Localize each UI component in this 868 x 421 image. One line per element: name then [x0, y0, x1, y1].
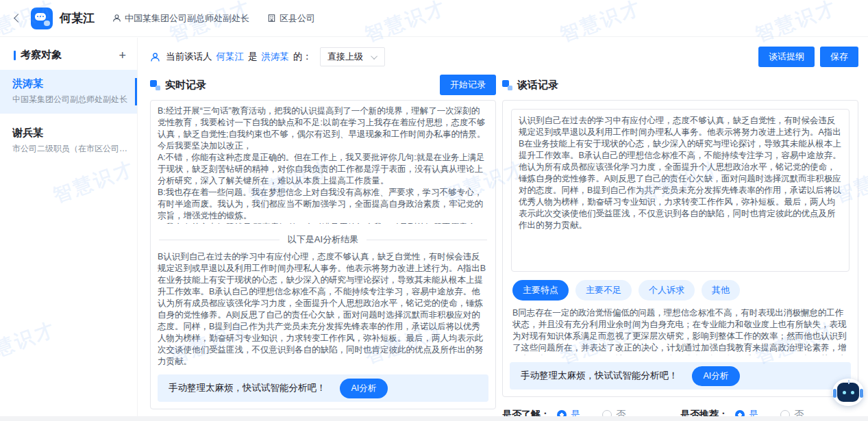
- sidebar-header: 考察对象 +: [0, 38, 137, 70]
- target-link[interactable]: 洪涛某: [262, 51, 290, 63]
- person-name: 谢兵某: [12, 127, 127, 140]
- company-badge: 区县公司: [267, 12, 315, 25]
- interviewer-link[interactable]: 何某江: [216, 51, 245, 63]
- sidebar-item-person-1[interactable]: 洪涛某中国某集团公司副总师处副处长: [0, 70, 137, 114]
- conversation-ai-tip: 手动整理太麻烦，快试试智能分析吧！: [521, 370, 678, 382]
- assistant-robot-button[interactable]: [832, 379, 864, 406]
- back-icon[interactable]: [14, 14, 23, 23]
- realtime-title: 实时记录: [150, 79, 206, 92]
- tab-4[interactable]: 其他: [702, 280, 740, 301]
- toolbar-actions: 谈话提纲 保存: [758, 47, 858, 67]
- chat-bubble-small-icon: [44, 21, 50, 26]
- position-badge-label: 中国某集团公司副总师处副处长: [125, 12, 249, 25]
- robot-antenna: [848, 380, 850, 384]
- toolbar: 当前谈话人何某江是洪涛某的： 直接上级 谈话提纲 保存: [150, 47, 858, 67]
- conversation-title: 谈话记录: [502, 79, 558, 92]
- person-desc: 中国某集团公司副总师处副处长: [12, 94, 127, 105]
- person-desc: 市公司二级职员（在市区公司履职...: [12, 143, 127, 155]
- ai-result-divider: 以下是AI分析结果: [159, 233, 487, 246]
- ai-result-divider-label: 以下是AI分析结果: [288, 233, 358, 246]
- sidebar-title: 考察对象: [14, 49, 62, 62]
- robot-eye-left: [843, 391, 846, 394]
- add-person-icon[interactable]: +: [119, 49, 126, 62]
- position-badge: 中国某集团公司副总师处副处长: [112, 12, 249, 25]
- realtime-ai-analyze-button[interactable]: AI分析: [340, 379, 388, 398]
- tab-content-text: B同志存在一定的政治觉悟偏低的问题，理想信念标准不高，有时表现出消极懈怠的工作状…: [512, 307, 848, 355]
- conversation-column: 谈话记录 认识到自己在过去的学习中有应付心理，态度不够认真，缺乏自觉性，有时候会…: [502, 74, 858, 421]
- robot-ear-right: [860, 389, 863, 398]
- robot-icon: [837, 383, 859, 402]
- relation-select[interactable]: 直接上级: [320, 47, 385, 66]
- transcript-paragraph: A:我存在的突出问题就是:职责意识差，有时满足于管好自我，对见到的问题不愿意多说…: [158, 222, 487, 224]
- realtime-title-label: 实时记录: [165, 79, 206, 92]
- realtime-panel: B:经过开展“三句话”教育活动，把我的认识提高到了一个新的境界，理解了一次深刻的…: [150, 100, 496, 409]
- save-button[interactable]: 保存: [820, 47, 858, 67]
- ai-result-text: B认识到自己在过去的学习中有应付心理，态度不够认真，缺乏自觉性，有时候会违反规定…: [151, 247, 495, 368]
- person-icon: [112, 14, 121, 23]
- top-header: 何某江 中国某集团公司副总师处副处长 区县公司: [0, 0, 868, 37]
- person-list: 洪涛某中国某集团公司副总师处副处长谢兵某市公司二级职员（在市区公司履职...: [0, 70, 137, 163]
- realtime-column: 实时记录 开始记录 B:经过开展“三句话”教育活动，把我的认识提高到了一个新的境…: [150, 74, 496, 409]
- main-area: 当前谈话人何某江是洪涛某的： 直接上级 谈话提纲 保存 实时记录 开始记录 B:…: [138, 38, 868, 421]
- chat-bubble-icon: [35, 13, 46, 21]
- tab-3[interactable]: 个人诉求: [638, 280, 695, 301]
- sidebar-item-person-2[interactable]: 谢兵某市公司二级职员（在市区公司履职...: [0, 119, 137, 163]
- building-icon: [267, 14, 276, 23]
- interviewer-name: 何某江: [60, 10, 95, 26]
- company-badge-label: 区县公司: [280, 12, 315, 25]
- relation-sentence: 当前谈话人何某江是洪涛某的： 直接上级: [150, 47, 385, 66]
- transcript-paragraph: B:我也存在着一些问题。我在梦想信念上对自我没有高标准、严要求，学习不够专心，有…: [158, 187, 487, 222]
- conversation-ai-analyze-button[interactable]: AI分析: [692, 366, 741, 386]
- sentence-connector: 是: [248, 51, 258, 63]
- sentence-prefix: 当前谈话人: [166, 51, 212, 63]
- conversation-panel: 认识到自己在过去的学习中有应付心理，态度不够认真，缺乏自觉性，有时候会违反规定迟…: [502, 100, 858, 397]
- talk-outline-button[interactable]: 谈话提纲: [758, 47, 815, 67]
- realtime-ai-bar: 手动整理太麻烦，快试试智能分析吧！ AI分析: [158, 374, 488, 402]
- conversation-ai-bar: 手动整理太麻烦，快试试智能分析吧！ AI分析: [510, 362, 851, 390]
- robot-ear-left: [833, 389, 836, 398]
- robot-eye-right: [851, 391, 854, 394]
- transcript-paragraph: B:经过开展“三句话”教育活动，把我的认识提高到了一个新的境界，理解了一次深刻的…: [158, 105, 487, 152]
- tab-2[interactable]: 主要不足: [575, 280, 632, 301]
- conversation-summary-textarea[interactable]: 认识到自己在过去的学习中有应付心理，态度不够认真，缺乏自觉性，有时候会违反规定迟…: [511, 109, 850, 272]
- conversation-title-label: 谈话记录: [517, 79, 558, 92]
- person-name: 洪涛某: [12, 77, 127, 90]
- title-accent-bar: [14, 51, 16, 60]
- analysis-tabs: 主要特点主要不足个人诉求其他: [512, 280, 848, 301]
- sidebar: 考察对象 + 洪涛某中国某集团公司副总师处副处长谢兵某市公司二级职员（在市区公司…: [0, 38, 138, 421]
- realtime-transcript[interactable]: B:经过开展“三句话”教育活动，把我的认识提高到了一个新的境界，理解了一次深刻的…: [151, 101, 495, 224]
- tab-1[interactable]: 主要特点: [512, 280, 569, 301]
- sidebar-title-label: 考察对象: [21, 49, 62, 62]
- relation-value: 直接上级: [327, 51, 363, 63]
- sentence-suffix: 的：: [293, 51, 312, 63]
- conversation-panel-icon: [502, 80, 512, 90]
- transcript-paragraph: A:不错，你能有这种态度是正确的。但在工作上，我又要批评你几句:就是在业务上满足…: [158, 152, 487, 187]
- chat-app-icon: [31, 8, 53, 29]
- horizontal-scrollbar[interactable]: [0, 416, 868, 421]
- start-record-button[interactable]: 开始记录: [440, 75, 496, 95]
- realtime-ai-tip: 手动整理太麻烦，快试试智能分析吧！: [169, 382, 326, 394]
- chevron-down-icon: [371, 53, 377, 60]
- record-panel-icon: [150, 80, 160, 90]
- user-icon: [150, 52, 160, 62]
